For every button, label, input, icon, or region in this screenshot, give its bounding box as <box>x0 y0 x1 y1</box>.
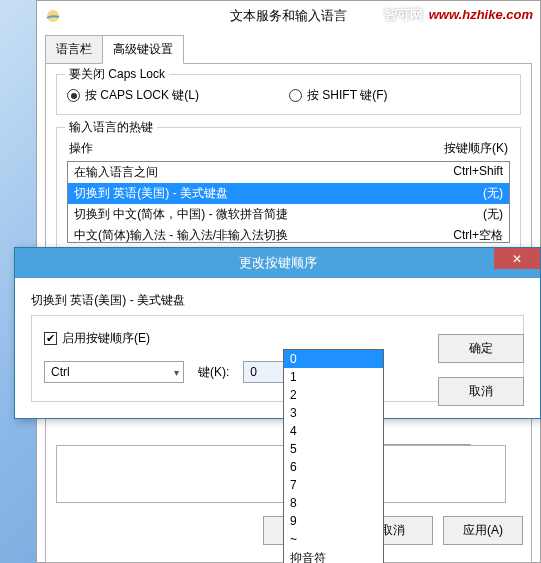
change-key-sequence-dialog: 更改按键顺序 ✕ 切换到 英语(美国) - 美式键盘 ✔ 启用按键顺序(E) C… <box>14 247 541 419</box>
dropdown-option[interactable]: 抑音符 <box>284 548 383 563</box>
col-keys: 按键顺序(K) <box>444 140 508 157</box>
radio-caps-lock[interactable]: 按 CAPS LOCK 键(L) <box>67 87 199 104</box>
dropdown-option[interactable]: 5 <box>284 440 383 458</box>
col-action: 操作 <box>69 140 93 157</box>
win2-ok-button[interactable]: 确定 <box>438 334 524 363</box>
radio-caps-label: 按 CAPS LOCK 键(L) <box>85 87 199 104</box>
tab-advanced-keys[interactable]: 高级键设置 <box>102 35 184 64</box>
dropdown-option[interactable]: 3 <box>284 404 383 422</box>
dropdown-option[interactable]: 6 <box>284 458 383 476</box>
radio-dot-icon <box>67 89 80 102</box>
hotkeys-legend: 输入语言的热键 <box>65 119 157 136</box>
close-icon: ✕ <box>512 252 522 266</box>
dropdown-option[interactable]: 4 <box>284 422 383 440</box>
key-dropdown-list[interactable]: 0 1 2 3 4 5 6 7 8 9 ~ 抑音符 <box>283 349 384 563</box>
hotkeys-list[interactable]: 在输入语言之间 Ctrl+Shift 切换到 英语(美国) - 美式键盘 (无)… <box>67 161 510 243</box>
chevron-down-icon: ▾ <box>174 367 179 378</box>
key-label: 键(K): <box>198 364 229 381</box>
watermark-text: 智可网 <box>384 6 423 24</box>
radio-shift[interactable]: 按 SHIFT 键(F) <box>289 87 387 104</box>
radio-shift-label: 按 SHIFT 键(F) <box>307 87 387 104</box>
key-value: 0 <box>250 365 257 379</box>
tab-language-bar[interactable]: 语言栏 <box>45 35 103 64</box>
win2-title: 更改按键顺序 <box>61 254 494 272</box>
win2-cancel-button[interactable]: 取消 <box>438 377 524 406</box>
radio-dot-icon <box>289 89 302 102</box>
list-item[interactable]: 切换到 英语(美国) - 美式键盘 (无) <box>68 183 509 204</box>
dropdown-option[interactable]: 8 <box>284 494 383 512</box>
watermark-url: www.hzhike.com <box>429 7 533 22</box>
dropdown-option[interactable]: 7 <box>284 476 383 494</box>
watermark: 智可网 www.hzhike.com <box>384 6 533 24</box>
dropdown-option[interactable]: 9 <box>284 512 383 530</box>
enable-label: 启用按键顺序(E) <box>62 330 150 347</box>
list-item[interactable]: 切换到 中文(简体，中国) - 微软拼音简捷 (无) <box>68 204 509 225</box>
list-item[interactable]: 中文(简体)输入法 - 输入法/非输入法切换 Ctrl+空格 <box>68 225 509 243</box>
list-item[interactable]: 在输入语言之间 Ctrl+Shift <box>68 162 509 183</box>
dropdown-option[interactable]: ~ <box>284 530 383 548</box>
win1-apply-button[interactable]: 应用(A) <box>443 516 523 545</box>
lower-textarea[interactable] <box>56 445 506 503</box>
window-icon <box>45 8 61 24</box>
win2-titlebar: 更改按键顺序 ✕ <box>15 248 540 278</box>
caps-legend: 要关闭 Caps Lock <box>65 66 169 83</box>
dropdown-option[interactable]: 1 <box>284 368 383 386</box>
dropdown-option[interactable]: 2 <box>284 386 383 404</box>
caps-lock-group: 要关闭 Caps Lock 按 CAPS LOCK 键(L) 按 SHIFT 键… <box>56 74 521 115</box>
modifier-value: Ctrl <box>51 365 70 379</box>
close-button[interactable]: ✕ <box>494 248 540 269</box>
modifier-combo[interactable]: Ctrl ▾ <box>44 361 184 383</box>
dropdown-option[interactable]: 0 <box>284 350 383 368</box>
hotkeys-group: 输入语言的热键 操作 按键顺序(K) 在输入语言之间 Ctrl+Shift 切换… <box>56 127 521 258</box>
win2-subtitle: 切换到 英语(美国) - 美式键盘 <box>31 292 524 309</box>
checkbox-icon: ✔ <box>44 332 57 345</box>
tab-strip: 语言栏 高级键设置 <box>45 35 532 64</box>
